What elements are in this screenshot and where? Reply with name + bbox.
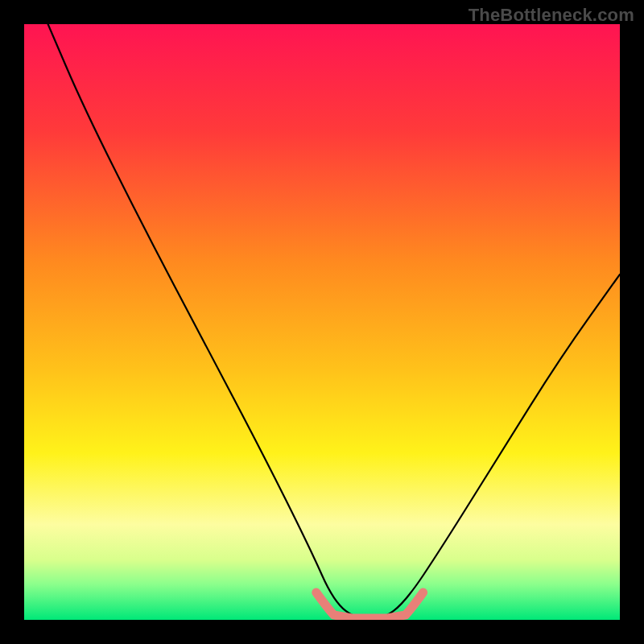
plot-area [24, 24, 620, 620]
bottleneck-curve [48, 24, 620, 620]
curve-layer [24, 24, 620, 620]
watermark-text: TheBottleneck.com [469, 5, 634, 26]
chart-frame: TheBottleneck.com [0, 0, 644, 644]
